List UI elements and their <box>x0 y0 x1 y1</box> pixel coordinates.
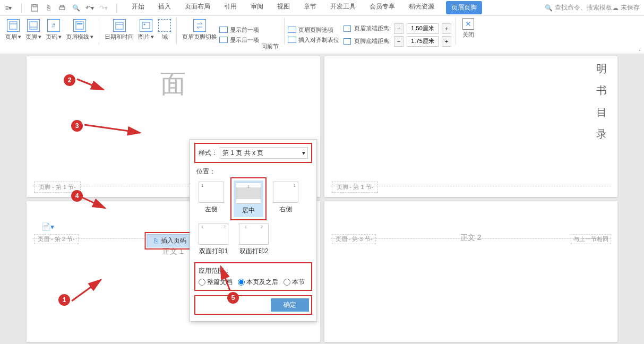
arrow-4 <box>80 195 111 213</box>
field-label: 域 <box>162 33 168 41</box>
top-menu-bar: ≡▾ ⎘ 🔍 ↶▾ ↷▾ 开始 插入 页面布局 引用 审阅 视图 章节 开发工具… <box>0 0 644 16</box>
datetime-label: 日期和时间 <box>105 33 134 41</box>
page-2: 明 书 目 录 页脚 - 第 1 节- <box>324 56 618 197</box>
tab-headerfooter[interactable]: 页眉页脚 <box>446 1 482 14</box>
preview-icon[interactable]: 🔍 <box>72 4 80 12</box>
marker-1: 1 <box>58 294 70 306</box>
redo-icon[interactable]: ↷▾ <box>99 4 108 12</box>
unsaved-indicator[interactable]: ☁ 未保存 <box>612 3 640 12</box>
headerline-label: 页眉横线 <box>66 33 89 41</box>
print-icon[interactable] <box>58 4 66 12</box>
ribbon-tabs: 开始 插入 页面布局 引用 审阅 视图 章节 开发工具 会员专享 稻壳资源 页眉… <box>130 1 539 14</box>
confirm-button[interactable]: 确定 <box>271 298 309 312</box>
top-dist-input[interactable] <box>407 23 439 34</box>
top-dist-plus[interactable]: + <box>442 23 451 34</box>
svg-line-18 <box>221 266 230 290</box>
tab-ref[interactable]: 引用 <box>222 1 239 14</box>
svg-line-14 <box>72 280 101 301</box>
tab-resource[interactable]: 稻壳资源 <box>407 1 436 14</box>
switch-label: 页眉页脚切换 <box>182 33 217 41</box>
tab-view[interactable]: 视图 <box>275 1 292 14</box>
pos-duplex1[interactable]: 12 双面打印1 <box>196 221 230 258</box>
pagenum-button[interactable]: # 页码 ▾ <box>44 18 64 51</box>
pagenum-label: 页码 <box>46 33 57 41</box>
undo-icon[interactable]: ↶▾ <box>85 4 94 12</box>
pos-center[interactable]: 1 居中 <box>234 180 263 217</box>
switch-button[interactable]: 页眉页脚切换 <box>180 18 219 51</box>
bottom-dist-label: 页脚底端距离: <box>354 37 391 45</box>
radio-section[interactable]: 本节 <box>284 278 305 287</box>
tab-layout[interactable]: 页面布局 <box>183 1 212 14</box>
export-icon[interactable]: ⎘ <box>44 4 53 12</box>
svg-line-17 <box>82 197 105 208</box>
marker-4: 4 <box>71 190 83 202</box>
insert-pagenum-label: 插入页码 <box>161 236 186 245</box>
arrow-5 <box>217 264 235 293</box>
search-box[interactable]: 🔍 查找命令、搜索模板 <box>545 3 612 12</box>
pos-center-label: 居中 <box>242 206 255 215</box>
doc-icon[interactable]: 📄▾ <box>41 222 54 231</box>
vertical-text: 明 书 目 录 <box>596 62 607 141</box>
ribbon-corner-icon[interactable]: ⌐ <box>639 47 642 53</box>
datetime-button[interactable]: 日期和时间 <box>102 18 136 51</box>
pos-duplex2[interactable]: 12 双面打印2 <box>237 221 271 258</box>
svg-rect-0 <box>31 5 38 11</box>
radio-after-label: 本页及之后 <box>246 278 278 287</box>
svg-rect-8 <box>76 22 83 29</box>
svg-rect-4 <box>10 22 17 29</box>
bottom-dist-input[interactable] <box>407 36 439 47</box>
pagenum-popup: 样式： 第 1 页 共 x 页 ▾ 位置： 1 左侧 1 居中 1 右侧 <box>190 139 317 322</box>
pos-right[interactable]: 1 右侧 <box>271 179 300 216</box>
radio-section-label: 本节 <box>292 278 305 287</box>
header-label: 页眉 <box>5 33 17 41</box>
headerline-button[interactable]: 页眉横线 ▾ <box>64 18 96 51</box>
tab-member[interactable]: 会员专享 <box>367 1 397 14</box>
tab-chapter[interactable]: 章节 <box>302 1 319 14</box>
arrow-3 <box>82 122 145 138</box>
tab-dev[interactable]: 开发工具 <box>328 1 358 14</box>
hf-options-button[interactable]: 页眉页脚选项 <box>288 26 339 34</box>
pos-center-highlight: 1 居中 <box>230 177 267 220</box>
top-dist-minus[interactable]: − <box>394 23 403 34</box>
scope-label: 应用范围： <box>199 266 308 276</box>
header-tag-s2: 页眉 - 第 2 节- <box>34 234 79 244</box>
svg-rect-10 <box>116 22 123 29</box>
top-dist-label: 页眉顶端距离: <box>354 24 391 32</box>
show-prev-label: 显示前一项 <box>230 26 259 34</box>
scope-highlight: 应用范围： 整篇文档 本页及之后 本节 <box>194 262 312 291</box>
save-icon[interactable] <box>30 4 39 12</box>
vert-char-2: 书 <box>596 83 607 98</box>
tabstop-button[interactable]: 插入对齐制表位 <box>288 36 339 44</box>
svg-rect-3 <box>61 5 64 7</box>
tab-insert[interactable]: 插入 <box>156 1 173 14</box>
arrow-2 <box>74 76 111 95</box>
menu-icon[interactable]: ≡▾ <box>4 4 13 12</box>
arrow-1 <box>69 277 117 304</box>
hf-options-label: 页眉页脚选项 <box>298 26 333 34</box>
same-section-label: 同前节 <box>261 42 279 50</box>
pos-duplex2-label: 双面打印2 <box>239 247 269 256</box>
field-button[interactable]: 域 <box>156 18 173 51</box>
pos-duplex1-label: 双面打印1 <box>199 247 228 256</box>
tabstop-label: 插入对齐制表位 <box>298 36 339 44</box>
svg-rect-2 <box>59 7 65 10</box>
tab-start[interactable]: 开始 <box>130 1 147 14</box>
style-select[interactable]: 第 1 页 共 x 页 ▾ <box>220 147 308 159</box>
close-hf-button[interactable]: ✕ 关闭 <box>462 18 474 51</box>
header-button[interactable]: 页眉 ▾ <box>3 18 23 51</box>
tab-review[interactable]: 审阅 <box>248 1 265 14</box>
top-distance-row: 页眉顶端距离: − + <box>344 23 451 34</box>
document-area: 面 页脚 - 第 1 节- 明 书 目 录 页脚 - 第 1 节- 📄▾ 页眉 … <box>0 54 644 344</box>
radio-after[interactable]: 本页及之后 <box>238 278 278 287</box>
pos-left[interactable]: 1 左侧 <box>196 179 226 216</box>
bottom-dist-minus[interactable]: − <box>394 36 403 47</box>
picture-button[interactable]: 图片 ▾ <box>136 18 156 51</box>
svg-point-13 <box>144 24 145 25</box>
footer-button[interactable]: 页脚 ▾ <box>23 18 44 51</box>
show-prev-button[interactable]: 显示前一项 <box>219 26 259 34</box>
show-next-button[interactable]: 显示后一项 <box>219 36 259 44</box>
confirm-highlight: 确定 <box>194 295 312 315</box>
bottom-dist-plus[interactable]: + <box>442 36 451 47</box>
same-section-button[interactable]: 同前节 <box>259 18 281 51</box>
pos-right-label: 右侧 <box>279 205 292 214</box>
